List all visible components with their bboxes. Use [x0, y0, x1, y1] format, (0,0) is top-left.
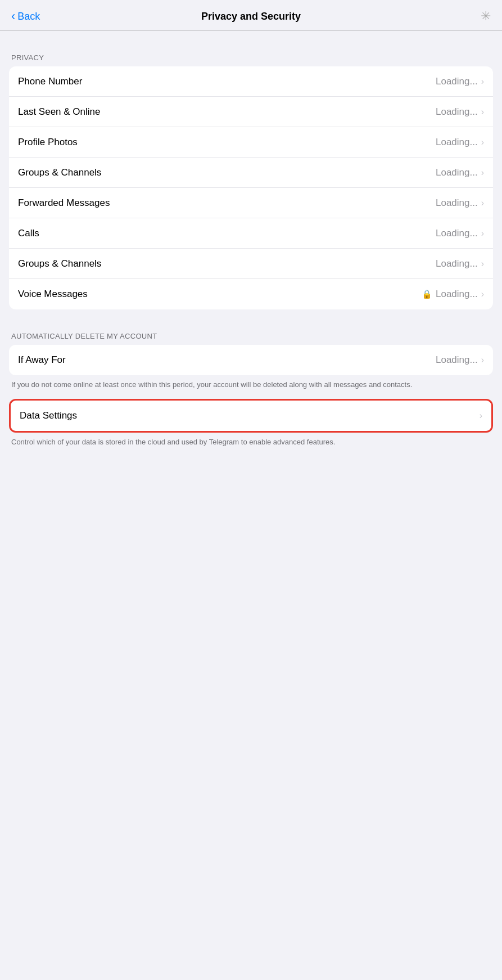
last-seen-label: Last Seen & Online — [18, 106, 100, 118]
auto-delete-settings-card: If Away For Loading... › — [9, 345, 493, 375]
back-label: Back — [17, 11, 40, 23]
groups-channels-chevron-icon-2: › — [481, 259, 484, 269]
if-away-for-row[interactable]: If Away For Loading... › — [9, 345, 493, 375]
phone-number-row[interactable]: Phone Number Loading... › — [9, 66, 493, 97]
groups-channels-right-1: Loading... › — [436, 167, 484, 178]
groups-channels-label-2: Groups & Channels — [18, 258, 101, 269]
groups-channels-value-1: Loading... — [436, 167, 478, 178]
last-seen-row[interactable]: Last Seen & Online Loading... › — [9, 97, 493, 127]
navigation-bar: ‹ Back Privacy and Security ✳ — [0, 0, 502, 31]
profile-photos-value: Loading... — [436, 137, 478, 148]
last-seen-chevron-icon: › — [481, 107, 484, 117]
privacy-section-label: PRIVACY — [0, 42, 502, 66]
voice-messages-row[interactable]: Voice Messages 🔒 Loading... › — [9, 279, 493, 309]
voice-messages-value: Loading... — [436, 289, 478, 300]
groups-channels-right-2: Loading... › — [436, 258, 484, 269]
voice-messages-label: Voice Messages — [18, 289, 88, 300]
last-seen-right: Loading... › — [436, 106, 484, 118]
groups-channels-value-2: Loading... — [436, 258, 478, 269]
privacy-settings-card: Phone Number Loading... › Last Seen & On… — [9, 66, 493, 309]
voice-messages-right: 🔒 Loading... › — [422, 289, 484, 300]
page-title: Privacy and Security — [201, 11, 301, 23]
loading-spinner-icon: ✳ — [481, 9, 491, 24]
data-settings-right: › — [480, 411, 482, 421]
forwarded-messages-right: Loading... › — [436, 197, 484, 209]
if-away-for-right: Loading... › — [436, 354, 484, 366]
phone-number-label: Phone Number — [18, 76, 82, 87]
groups-channels-row-2[interactable]: Groups & Channels Loading... › — [9, 249, 493, 279]
profile-photos-right: Loading... › — [436, 137, 484, 148]
groups-channels-row-1[interactable]: Groups & Channels Loading... › — [9, 158, 493, 188]
phone-number-value: Loading... — [436, 76, 478, 87]
auto-delete-description: If you do not come online at least once … — [0, 375, 502, 399]
calls-label: Calls — [18, 228, 39, 239]
profile-photos-row[interactable]: Profile Photos Loading... › — [9, 127, 493, 158]
lock-icon: 🔒 — [422, 289, 432, 299]
data-settings-card: Data Settings › — [9, 399, 493, 433]
auto-delete-section-label: AUTOMATICALLY DELETE MY ACCOUNT — [0, 321, 502, 345]
data-settings-label: Data Settings — [20, 410, 77, 421]
if-away-for-chevron-icon: › — [481, 355, 484, 365]
if-away-for-label: If Away For — [18, 354, 66, 366]
last-seen-value: Loading... — [436, 106, 478, 118]
calls-right: Loading... › — [436, 228, 484, 239]
voice-messages-chevron-icon: › — [481, 289, 484, 299]
phone-number-chevron-icon: › — [481, 77, 484, 87]
back-button[interactable]: ‹ Back — [11, 10, 40, 24]
data-settings-description: Control which of your data is stored in … — [0, 433, 502, 456]
data-settings-row[interactable]: Data Settings › — [11, 401, 491, 431]
data-settings-chevron-icon: › — [480, 411, 482, 421]
phone-number-right: Loading... › — [436, 76, 484, 87]
forwarded-messages-chevron-icon: › — [481, 198, 484, 208]
profile-photos-chevron-icon: › — [481, 137, 484, 147]
if-away-for-value: Loading... — [436, 354, 478, 366]
calls-value: Loading... — [436, 228, 478, 239]
forwarded-messages-value: Loading... — [436, 197, 478, 209]
groups-channels-label-1: Groups & Channels — [18, 167, 101, 178]
groups-channels-chevron-icon-1: › — [481, 168, 484, 178]
calls-row[interactable]: Calls Loading... › — [9, 218, 493, 249]
forwarded-messages-label: Forwarded Messages — [18, 197, 110, 209]
back-chevron-icon: ‹ — [11, 9, 15, 24]
calls-chevron-icon: › — [481, 228, 484, 239]
forwarded-messages-row[interactable]: Forwarded Messages Loading... › — [9, 188, 493, 218]
profile-photos-label: Profile Photos — [18, 137, 78, 148]
